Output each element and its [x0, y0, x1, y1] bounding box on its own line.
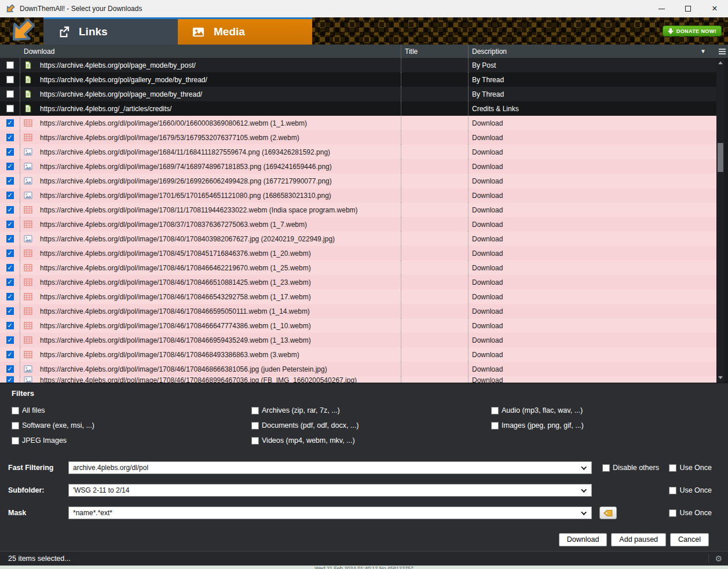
- row-checkbox[interactable]: [6, 293, 14, 300]
- filter-checkbox[interactable]: [251, 422, 259, 429]
- mask-use-once-checkbox[interactable]: [669, 509, 676, 517]
- subfolder-select[interactable]: 'WSG 2-11 to 2/14: [68, 484, 592, 497]
- filter-checkbox[interactable]: [251, 407, 259, 414]
- row-checkbox[interactable]: [6, 192, 14, 199]
- mask-select[interactable]: *name*.*ext*: [68, 506, 592, 519]
- filter-checkbox-item[interactable]: Audio (mp3, flac, wav, ...): [491, 406, 728, 414]
- filter-menu-icon[interactable]: ▼: [700, 48, 706, 54]
- video-file-icon: [24, 322, 32, 329]
- row-checkbox[interactable]: [6, 163, 14, 170]
- image-file-icon: [24, 148, 32, 156]
- row-checkbox[interactable]: [6, 221, 14, 228]
- row-url: https://archive.4plebs.org/dl/pol/image/…: [35, 159, 401, 174]
- row-checkbox[interactable]: [6, 61, 14, 69]
- row-checkbox[interactable]: [6, 235, 14, 243]
- filter-checkbox-item[interactable]: JPEG Images: [12, 436, 251, 445]
- filter-checkbox-item[interactable]: Software (exe, msi, ...): [12, 421, 251, 429]
- column-header-title[interactable]: Title: [401, 45, 468, 58]
- filter-checkbox[interactable]: [491, 407, 499, 414]
- tab-links[interactable]: Links: [43, 19, 178, 45]
- fast-filtering-use-once-checkbox[interactable]: [669, 464, 676, 472]
- filter-checkbox-item[interactable]: Documents (pdf, odf, docx, ...): [251, 421, 491, 429]
- fast-filtering-use-once-group[interactable]: Use Once: [669, 464, 712, 472]
- subfolder-use-once-checkbox[interactable]: [669, 487, 676, 494]
- table-row[interactable]: https://archive.4plebs.org/dl/pol/image/…: [0, 275, 716, 289]
- table-row[interactable]: https://archive.4plebs.org/pol/page_mode…: [0, 87, 716, 101]
- row-checkbox[interactable]: [6, 105, 14, 112]
- table-row[interactable]: https://archive.4plebs.org/dl/pol/image/…: [0, 289, 716, 304]
- filter-checkbox[interactable]: [251, 437, 259, 445]
- row-title: [401, 174, 468, 188]
- row-checkbox[interactable]: [6, 177, 14, 185]
- row-checkbox[interactable]: [6, 351, 14, 358]
- scroll-up-arrow-icon[interactable]: [718, 61, 723, 64]
- filter-checkbox[interactable]: [12, 422, 19, 429]
- disable-others-checkbox-group[interactable]: Disable others: [602, 464, 659, 472]
- filter-checkbox[interactable]: [491, 422, 499, 429]
- row-checkbox[interactable]: [6, 90, 14, 98]
- row-checkbox[interactable]: [6, 119, 14, 127]
- row-checkbox[interactable]: [6, 76, 14, 83]
- row-checkbox[interactable]: [6, 278, 14, 286]
- add-paused-button[interactable]: Add paused: [611, 533, 666, 546]
- column-picker-icon[interactable]: [719, 49, 726, 54]
- table-row[interactable]: https://archive.4plebs.org/dl/pol/image/…: [0, 318, 716, 333]
- close-button[interactable]: ×: [701, 0, 728, 17]
- cancel-button[interactable]: Cancel: [670, 533, 709, 546]
- table-row[interactable]: https://archive.4plebs.org/dl/pol/image/…: [0, 217, 716, 232]
- scroll-down-arrow-icon[interactable]: [718, 376, 723, 379]
- row-icon-cell: [20, 318, 35, 333]
- table-row[interactable]: https://archive.4plebs.org/dl/pol/image/…: [0, 203, 716, 217]
- row-checkbox[interactable]: [6, 307, 14, 315]
- filter-checkbox-item[interactable]: Archives (zip, rar, 7z, ...): [251, 406, 491, 414]
- tab-media[interactable]: Media: [178, 19, 312, 45]
- gear-icon[interactable]: ⚙: [715, 554, 722, 563]
- row-checkbox[interactable]: [6, 365, 14, 373]
- fast-filtering-select[interactable]: archive.4plebs.org/dl/pol: [68, 461, 592, 474]
- row-checkbox[interactable]: [6, 249, 14, 257]
- table-row[interactable]: https://archive.4plebs.org/dl/pol/image/…: [0, 246, 716, 260]
- table-row[interactable]: https://archive.4plebs.org/dl/pol/image/…: [0, 188, 716, 203]
- subfolder-use-once-group[interactable]: Use Once: [669, 486, 712, 494]
- donate-button[interactable]: DONATE NOW!: [663, 25, 722, 36]
- scrollbar[interactable]: [716, 58, 725, 383]
- row-checkbox[interactable]: [6, 206, 14, 214]
- table-row[interactable]: https://archive.4plebs.org/dl/pol/image/…: [0, 130, 716, 145]
- table-row[interactable]: https://archive.4plebs.org/dl/pol/image/…: [0, 232, 716, 246]
- row-url: https://archive.4plebs.org/dl/pol/image/…: [35, 174, 401, 188]
- filter-checkbox-item[interactable]: Images (jpeg, png, gif, ...): [491, 421, 728, 429]
- table-row[interactable]: https://archive.4plebs.org/pol/page_mode…: [0, 58, 716, 72]
- table-row[interactable]: https://archive.4plebs.org/dl/pol/image/…: [0, 174, 716, 188]
- scrollbar-thumb[interactable]: [718, 143, 723, 172]
- table-row[interactable]: https://archive.4plebs.org/dl/pol/image/…: [0, 376, 716, 383]
- maximize-button[interactable]: [675, 0, 701, 17]
- row-checkbox[interactable]: [6, 148, 14, 156]
- filter-checkbox[interactable]: [12, 407, 19, 414]
- document-icon: [24, 104, 32, 113]
- row-checkbox[interactable]: [6, 134, 14, 141]
- table-row[interactable]: https://archive.4plebs.org/dl/pol/image/…: [0, 304, 716, 318]
- download-button[interactable]: Download: [559, 533, 608, 546]
- table-row[interactable]: https://archive.4plebs.org/dl/pol/image/…: [0, 116, 716, 130]
- table-row[interactable]: https://archive.4plebs.org/dl/pol/image/…: [0, 145, 716, 159]
- row-checkbox[interactable]: [6, 322, 14, 329]
- table-row[interactable]: https://archive.4plebs.org/dl/pol/image/…: [0, 260, 716, 275]
- mask-use-once-group[interactable]: Use Once: [669, 509, 712, 517]
- column-header-description[interactable]: Description ▼: [468, 45, 719, 58]
- disable-others-checkbox[interactable]: [602, 464, 610, 472]
- table-row[interactable]: https://archive.4plebs.org/dl/pol/image/…: [0, 159, 716, 174]
- table-row[interactable]: https://archive.4plebs.org/pol/gallery_m…: [0, 72, 716, 87]
- table-row[interactable]: https://archive.4plebs.org/_/articles/cr…: [0, 101, 716, 116]
- row-checkbox[interactable]: [6, 336, 14, 344]
- column-header-download[interactable]: Download: [20, 45, 401, 58]
- table-row[interactable]: https://archive.4plebs.org/dl/pol/image/…: [0, 362, 716, 376]
- row-checkbox[interactable]: [6, 264, 14, 271]
- table-row[interactable]: https://archive.4plebs.org/dl/pol/image/…: [0, 347, 716, 362]
- minimize-button[interactable]: [648, 0, 675, 17]
- filter-checkbox-item[interactable]: All files: [12, 406, 251, 414]
- row-checkbox[interactable]: [6, 376, 14, 383]
- filter-checkbox-item[interactable]: Videos (mp4, webm, mkv, ...): [251, 436, 491, 445]
- filter-checkbox[interactable]: [12, 437, 19, 445]
- table-row[interactable]: https://archive.4plebs.org/dl/pol/image/…: [0, 333, 716, 347]
- tag-button[interactable]: [599, 506, 617, 519]
